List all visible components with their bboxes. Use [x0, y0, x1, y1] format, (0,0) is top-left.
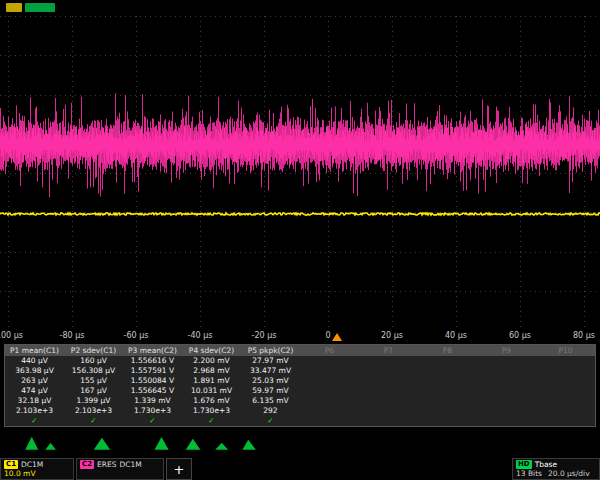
measurement-value — [536, 366, 595, 376]
status-check-icon: ✓ — [241, 416, 300, 426]
status-check-icon: ✓ — [5, 416, 64, 426]
measurement-header-row: P1 mean(C1)P2 sdev(C1)P3 mean(C2)P4 sdev… — [5, 345, 595, 356]
histicons — [4, 429, 300, 455]
measurement-value: 25.03 mV — [241, 376, 300, 386]
measurement-value — [477, 406, 536, 416]
measurement-value: 6.135 mV — [241, 396, 300, 406]
measurement-value — [300, 406, 359, 416]
x-axis-label: -20 µs — [252, 331, 277, 340]
measurement-value — [418, 396, 477, 406]
measurement-value — [359, 396, 418, 406]
measurement-value — [418, 406, 477, 416]
measurement-header[interactable]: P6 — [300, 345, 359, 356]
measurement-value: 1.339 mV — [123, 396, 182, 406]
measurement-value — [300, 366, 359, 376]
x-axis-label: -60 µs — [124, 331, 149, 340]
measurement-header[interactable]: P1 mean(C1) — [5, 345, 64, 356]
histicon[interactable] — [122, 429, 181, 455]
measurement-value: 155 µV — [64, 376, 123, 386]
measurement-value: 1.676 mV — [182, 396, 241, 406]
c2-chip: C2 — [80, 460, 94, 469]
measurement-table: P1 mean(C1)P2 sdev(C1)P3 mean(C2)P4 sdev… — [4, 344, 596, 427]
c2-processing: ERES — [97, 460, 116, 469]
top-left-indicator — [6, 3, 55, 12]
measurement-header[interactable]: P7 — [359, 345, 418, 356]
timebase-label: Tbase — [535, 460, 557, 469]
measurement-value: 2.103e+3 — [5, 406, 64, 416]
measurement-value — [477, 396, 536, 406]
measurement-value: 2.103e+3 — [64, 406, 123, 416]
measurement-value — [477, 356, 536, 366]
waveform-canvas[interactable] — [0, 16, 600, 330]
hd-mode-chip: HD — [516, 460, 532, 469]
status-flag-yellow-icon — [6, 3, 22, 12]
status-flag-green-icon — [25, 3, 55, 12]
measurement-header[interactable]: P8 — [418, 345, 477, 356]
status-empty-cell — [477, 416, 536, 426]
measurement-row: 474 µV167 µV1.556645 V10.031 mV59.97 mV — [5, 386, 595, 396]
measurement-header[interactable]: P10 — [536, 345, 595, 356]
histicon[interactable] — [181, 429, 240, 455]
timebase-descriptor[interactable]: HD Tbase 13 Bits 20.0 µs/div — [512, 458, 600, 480]
measurement-value: 474 µV — [5, 386, 64, 396]
measurement-value: 1.730e+3 — [123, 406, 182, 416]
timebase-scale: 20.0 µs/div — [548, 469, 590, 478]
measurement-value — [359, 366, 418, 376]
histicon[interactable] — [63, 429, 122, 455]
measurement-value: 440 µV — [5, 356, 64, 366]
x-axis-label: -80 µs — [60, 331, 85, 340]
bottom-bar: C1 DC1M 10.0 mV C2 ERES DC1M + HD Tbase — [0, 458, 600, 480]
oscilloscope-screen: -100 µs-80 µs-60 µs-40 µs-20 µs020 µs40 … — [0, 0, 600, 480]
measurement-value: 1.730e+3 — [182, 406, 241, 416]
waveform-display[interactable] — [0, 16, 600, 330]
x-axis-label: -40 µs — [188, 331, 213, 340]
measurement-value: 1.399 µV — [64, 396, 123, 406]
channel-c1-descriptor[interactable]: C1 DC1M 10.0 mV — [0, 458, 74, 480]
measurement-body: 440 µV160 µV1.556616 V2.200 mV27.97 mV36… — [5, 356, 595, 416]
measurement-value: 2.968 mV — [182, 366, 241, 376]
x-axis-label: 80 µs — [573, 331, 595, 340]
trigger-position-marker[interactable] — [332, 333, 342, 341]
measurement-row: 32.18 µV1.399 µV1.339 mV1.676 mV6.135 mV — [5, 396, 595, 406]
measurement-value: 292 — [241, 406, 300, 416]
measurement-value — [536, 396, 595, 406]
measurement-value — [477, 386, 536, 396]
status-row: ✓✓✓✓✓ — [5, 416, 595, 426]
measurement-header[interactable]: P4 sdev(C2) — [182, 345, 241, 356]
measurement-value — [300, 396, 359, 406]
measurement-value — [359, 406, 418, 416]
measurement-value — [418, 356, 477, 366]
c1-chip: C1 — [4, 460, 18, 469]
measurement-header[interactable]: P5 pkpk(C2) — [241, 345, 300, 356]
measurement-value — [477, 376, 536, 386]
measurement-value: 2.200 mV — [182, 356, 241, 366]
measurement-header[interactable]: P3 mean(C2) — [123, 345, 182, 356]
c1-coupling: DC1M — [21, 460, 43, 469]
x-axis-label: 40 µs — [445, 331, 467, 340]
measurement-value — [536, 376, 595, 386]
histicon[interactable] — [240, 429, 299, 455]
measurement-value: 263 µV — [5, 376, 64, 386]
measurement-row: 2.103e+32.103e+31.730e+31.730e+3292 — [5, 406, 595, 416]
measurement-row: 363.98 µV156.308 µV1.557591 V2.968 mV33.… — [5, 366, 595, 376]
measurement-header[interactable]: P2 sdev(C1) — [64, 345, 123, 356]
measurement-value: 59.97 mV — [241, 386, 300, 396]
x-axis-label: 0 — [325, 331, 330, 340]
status-empty-cell — [300, 416, 359, 426]
status-empty-cell — [359, 416, 418, 426]
measurement-value — [300, 376, 359, 386]
measurement-value — [418, 366, 477, 376]
measurement-value: 27.97 mV — [241, 356, 300, 366]
measurement-value — [536, 386, 595, 396]
crosshair-cursor-button[interactable]: + — [166, 458, 192, 480]
channel-c2-descriptor[interactable]: C2 ERES DC1M — [76, 458, 164, 480]
x-axis-label: -100 µs — [0, 331, 23, 340]
measurement-value — [536, 356, 595, 366]
c2-coupling: DC1M — [119, 460, 141, 469]
measurement-value: 167 µV — [64, 386, 123, 396]
x-axis-label: 20 µs — [381, 331, 403, 340]
histicon[interactable] — [4, 429, 63, 455]
status-check-icon: ✓ — [123, 416, 182, 426]
measurement-value: 1.550084 V — [123, 376, 182, 386]
measurement-header[interactable]: P9 — [477, 345, 536, 356]
